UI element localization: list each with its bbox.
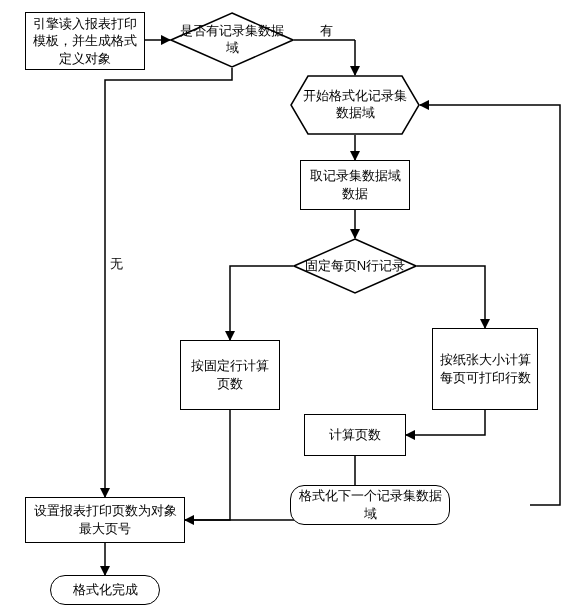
node-label: 按纸张大小计算每页可打印行数 xyxy=(439,351,531,386)
node-label: 按固定行计算页数 xyxy=(187,357,273,392)
node-label: 引擎读入报表打印模板，并生成格式定义对象 xyxy=(32,15,138,68)
process-calc-rows-by-paper-size: 按纸张大小计算每页可打印行数 xyxy=(432,328,538,410)
process-set-max-page-number: 设置报表打印页数为对象最大页号 xyxy=(25,497,185,543)
node-label: 计算页数 xyxy=(329,426,381,444)
process-calc-page-count: 计算页数 xyxy=(304,414,406,456)
process-engine-load-template: 引擎读入报表打印模板，并生成格式定义对象 xyxy=(25,12,145,70)
flowchart-canvas: 引擎读入报表打印模板，并生成格式定义对象 是否有记录集数据域 开始格式化记录集数… xyxy=(0,0,574,615)
edge-label-no: 无 xyxy=(110,255,123,273)
node-label: 开始格式化记录集数据域 xyxy=(298,88,412,122)
edge-label-yes: 有 xyxy=(320,22,333,40)
node-label: 设置报表打印页数为对象最大页号 xyxy=(32,502,178,537)
decision-has-recordset-domain: 是否有记录集数据域 xyxy=(170,12,294,68)
prep-start-format-recordset: 开始格式化记录集数据域 xyxy=(290,75,420,135)
node-label: 格式化完成 xyxy=(73,581,138,599)
process-get-recordset-data: 取记录集数据域数据 xyxy=(300,160,410,210)
node-label: 格式化下一个记录集数据域 xyxy=(297,487,443,523)
terminator-format-complete: 格式化完成 xyxy=(50,575,160,605)
decision-fixed-n-rows: 固定每页N行记录 xyxy=(293,238,417,294)
process-calc-pages-by-fixed-rows: 按固定行计算页数 xyxy=(180,340,280,410)
node-label: 固定每页N行记录 xyxy=(305,258,405,275)
altproc-format-next-recordset: 格式化下一个记录集数据域 xyxy=(290,485,450,525)
node-label: 取记录集数据域数据 xyxy=(307,167,403,202)
node-label: 是否有记录集数据域 xyxy=(178,23,286,57)
